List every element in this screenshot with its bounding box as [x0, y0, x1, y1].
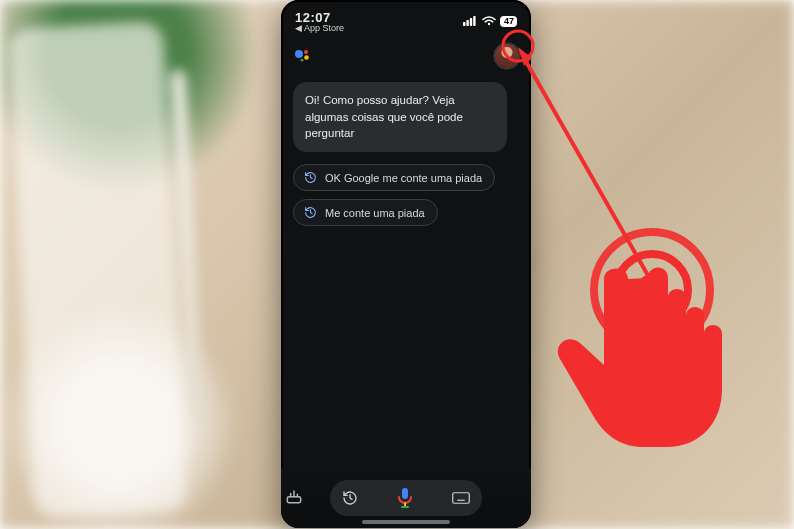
suggestion-chip[interactable]: OK Google me conte uma piada [293, 164, 495, 191]
suggestion-label: Me conte uma piada [325, 207, 425, 219]
bottom-toolbar [281, 468, 531, 528]
svg-rect-9 [402, 488, 408, 499]
explore-icon[interactable] [284, 486, 304, 510]
history-small-icon[interactable] [342, 490, 358, 506]
status-bar: 12:07 ◀︎ App Store 47 [281, 0, 531, 38]
svg-point-5 [304, 50, 308, 54]
status-right: 47 [463, 16, 517, 27]
profile-avatar[interactable] [495, 44, 519, 68]
svg-point-6 [304, 55, 309, 60]
keyboard-icon[interactable] [452, 491, 470, 505]
battery-level: 47 [504, 17, 514, 26]
svg-rect-10 [453, 493, 470, 504]
history-icon [304, 206, 317, 219]
svg-rect-8 [287, 497, 300, 503]
assistant-greeting-text: Oi! Como posso ajudar? Veja algumas cois… [305, 94, 463, 139]
mic-button[interactable] [396, 487, 414, 509]
suggestion-chips: OK Google me conte uma piada Me conte um… [293, 164, 519, 226]
phone-frame: 12:07 ◀︎ App Store 47 [281, 0, 531, 528]
input-pill[interactable] [330, 480, 482, 516]
suggestion-chip[interactable]: Me conte uma piada [293, 199, 438, 226]
history-icon [304, 171, 317, 184]
back-to-appstore[interactable]: ◀︎ App Store [295, 23, 344, 33]
battery-indicator: 47 [500, 16, 517, 27]
svg-rect-3 [473, 16, 475, 26]
cell-signal-icon [463, 16, 478, 26]
assistant-message: Oi! Como posso ajudar? Veja algumas cois… [293, 82, 507, 152]
svg-rect-2 [470, 18, 472, 26]
status-left: 12:07 ◀︎ App Store [295, 10, 344, 33]
svg-point-4 [295, 50, 303, 58]
app-header [281, 38, 531, 72]
back-label: App Store [304, 23, 344, 33]
google-assistant-icon[interactable] [293, 47, 311, 65]
conversation-area: Oi! Como posso ajudar? Veja algumas cois… [281, 72, 531, 236]
suggestion-label: OK Google me conte uma piada [325, 172, 482, 184]
svg-point-7 [301, 59, 304, 62]
svg-rect-1 [466, 20, 468, 26]
svg-rect-0 [463, 22, 465, 26]
chevron-left-icon: ◀︎ [295, 23, 302, 33]
home-indicator[interactable] [362, 520, 450, 524]
wifi-icon [482, 16, 496, 26]
